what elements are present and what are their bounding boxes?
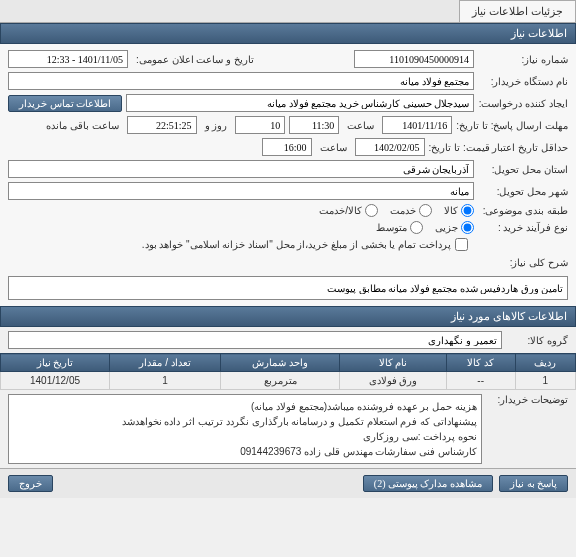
deadline-date-input[interactable] bbox=[382, 116, 452, 134]
category-goods-service[interactable]: کالا/خدمت bbox=[319, 204, 378, 217]
buyer-input[interactable] bbox=[8, 72, 474, 90]
summary-label: شرح کلی نیاز: bbox=[478, 257, 568, 268]
days-label: روز و bbox=[201, 120, 232, 131]
time-label-2: ساعت bbox=[316, 142, 351, 153]
buyer-notes: هزینه حمل بر عهده فروشنده میباشد(مجتمع ف… bbox=[8, 394, 482, 464]
category-radio-group: کالا خدمت کالا/خدمت bbox=[319, 204, 474, 217]
group-label: گروه کالا: bbox=[508, 335, 568, 346]
category-service-label: خدمت bbox=[390, 205, 416, 216]
category-goods-label: کالا bbox=[444, 205, 458, 216]
cell-row: 1 bbox=[515, 372, 575, 390]
section-goods-header: اطلاعات کالاهای مورد نیاز bbox=[0, 306, 576, 327]
process-partial-label: جزیی bbox=[435, 222, 458, 233]
remaining-time-input bbox=[127, 116, 197, 134]
category-service-radio[interactable] bbox=[419, 204, 432, 217]
time-label-1: ساعت bbox=[343, 120, 378, 131]
category-goods[interactable]: کالا bbox=[444, 204, 474, 217]
category-service[interactable]: خدمت bbox=[390, 204, 432, 217]
remaining-days-input bbox=[235, 116, 285, 134]
province-label: استان محل تحویل: bbox=[478, 164, 568, 175]
th-name: نام کالا bbox=[340, 354, 447, 372]
city-label: شهر محل تحویل: bbox=[478, 186, 568, 197]
section-info-header: اطلاعات نیاز bbox=[0, 23, 576, 44]
process-medium-label: متوسط bbox=[376, 222, 407, 233]
city-input[interactable] bbox=[8, 182, 474, 200]
public-date-input[interactable] bbox=[8, 50, 128, 68]
requester-label: ایجاد کننده درخواست: bbox=[478, 98, 568, 109]
category-goods-service-label: کالا/خدمت bbox=[319, 205, 362, 216]
payment-note: پرداخت تمام یا بخشی از مبلغ خرید،از محل … bbox=[142, 239, 451, 250]
process-medium[interactable]: متوسط bbox=[376, 221, 423, 234]
footer-buttons: پاسخ به نیاز مشاهده مدارک پیوستی (2) خرو… bbox=[0, 468, 576, 498]
contact-button[interactable]: اطلاعات تماس خریدار bbox=[8, 95, 122, 112]
requester-input[interactable] bbox=[126, 94, 474, 112]
cell-code: -- bbox=[446, 372, 515, 390]
buyer-label: نام دستگاه خریدار: bbox=[478, 76, 568, 87]
note-line-3: نحوه پرداخت :سی روزکاری bbox=[13, 429, 477, 444]
cell-name: ورق فولادی bbox=[340, 372, 447, 390]
category-label: طبقه بندی موضوعی: bbox=[478, 205, 568, 216]
process-partial[interactable]: جزیی bbox=[435, 221, 474, 234]
cell-date: 1401/12/05 bbox=[1, 372, 110, 390]
deadline-label: مهلت ارسال پاسخ: تا تاریخ: bbox=[456, 120, 568, 131]
th-code: کد کالا bbox=[446, 354, 515, 372]
process-radio-group: جزیی متوسط bbox=[376, 221, 474, 234]
deadline-time-input[interactable] bbox=[289, 116, 339, 134]
note-line-1: هزینه حمل بر عهده فروشنده میباشد(مجتمع ف… bbox=[13, 399, 477, 414]
table-row[interactable]: 1 -- ورق فولادی مترمربع 1 1401/12/05 bbox=[1, 372, 576, 390]
category-goods-radio[interactable] bbox=[461, 204, 474, 217]
exit-button[interactable]: خروج bbox=[8, 475, 53, 492]
group-input[interactable] bbox=[8, 331, 502, 349]
process-label: نوع فرآیند خرید : bbox=[478, 222, 568, 233]
process-medium-radio[interactable] bbox=[410, 221, 423, 234]
payment-checkbox-row: پرداخت تمام یا بخشی از مبلغ خرید،از محل … bbox=[8, 238, 468, 251]
cell-unit: مترمربع bbox=[221, 372, 340, 390]
validity-label: حداقل تاریخ اعتبار قیمت: تا تاریخ: bbox=[429, 142, 568, 153]
public-date-label: تاریخ و ساعت اعلان عمومی: bbox=[132, 54, 258, 65]
respond-button[interactable]: پاسخ به نیاز bbox=[499, 475, 568, 492]
tab-bar: جزئیات اطلاعات نیاز bbox=[0, 0, 576, 23]
th-row: ردیف bbox=[515, 354, 575, 372]
th-unit: واحد شمارش bbox=[221, 354, 340, 372]
note-line-2: پیشنهاداتی که فرم استعلام تکمیل و درساما… bbox=[13, 414, 477, 429]
category-goods-service-radio[interactable] bbox=[365, 204, 378, 217]
province-input[interactable] bbox=[8, 160, 474, 178]
summary-input[interactable] bbox=[8, 276, 568, 300]
validity-time-input[interactable] bbox=[262, 138, 312, 156]
attachments-button[interactable]: مشاهده مدارک پیوستی (2) bbox=[363, 475, 493, 492]
group-row: گروه کالا: bbox=[0, 327, 576, 353]
request-no-input[interactable] bbox=[354, 50, 474, 68]
goods-table: ردیف کد کالا نام کالا واحد شمارش تعداد /… bbox=[0, 353, 576, 390]
request-no-label: شماره نیاز: bbox=[478, 54, 568, 65]
note-line-4: کارشناس فنی سفارشات مهندس قلی زاده 09144… bbox=[13, 444, 477, 459]
th-date: تاریخ نیاز bbox=[1, 354, 110, 372]
remaining-label: ساعت باقی مانده bbox=[42, 120, 123, 131]
process-partial-radio[interactable] bbox=[461, 221, 474, 234]
th-qty: تعداد / مقدار bbox=[110, 354, 221, 372]
notes-label: توضیحات خریدار: bbox=[488, 394, 568, 405]
payment-checkbox[interactable] bbox=[455, 238, 468, 251]
form-area: شماره نیاز: تاریخ و ساعت اعلان عمومی: نا… bbox=[0, 44, 576, 306]
validity-date-input[interactable] bbox=[355, 138, 425, 156]
cell-qty: 1 bbox=[110, 372, 221, 390]
tab-details[interactable]: جزئیات اطلاعات نیاز bbox=[459, 0, 576, 22]
